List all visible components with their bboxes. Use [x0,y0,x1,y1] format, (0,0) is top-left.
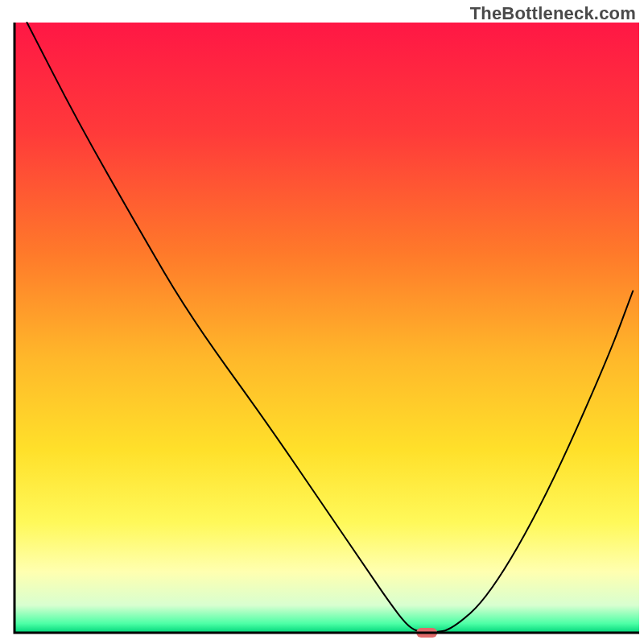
bottleneck-chart: TheBottleneck.com [0,0,644,644]
plot-background [14,23,639,633]
chart-canvas [0,0,644,644]
watermark-text: TheBottleneck.com [470,3,636,24]
